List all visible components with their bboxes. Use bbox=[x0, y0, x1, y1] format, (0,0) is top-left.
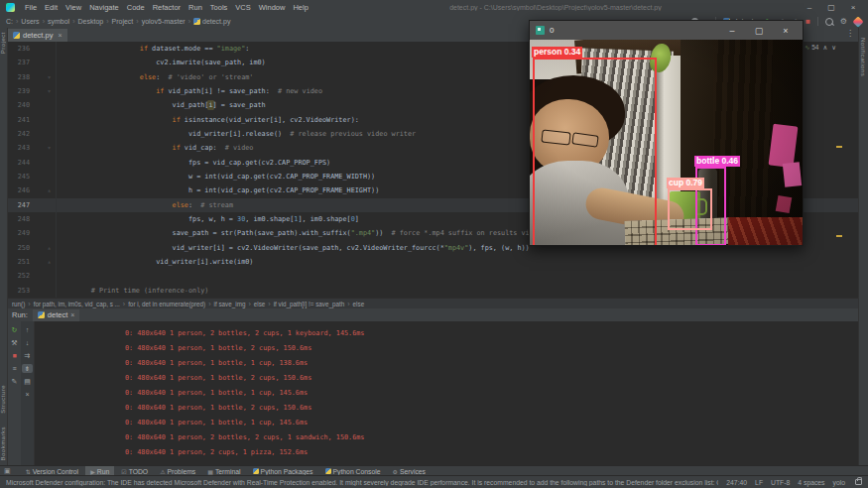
menu-help[interactable]: Help bbox=[289, 2, 311, 13]
close-icon[interactable]: × bbox=[775, 26, 797, 36]
close-tab-icon[interactable]: × bbox=[58, 32, 62, 39]
code-breadcrumb-item[interactable]: for i, det in enumerate(pred) bbox=[128, 301, 205, 307]
menu-window[interactable]: Window bbox=[255, 2, 290, 13]
python-env[interactable]: yolo bbox=[833, 479, 845, 486]
breadcrumb-item[interactable]: yolov5-master bbox=[142, 18, 186, 25]
gutter-annotation bbox=[30, 70, 43, 84]
file-encoding[interactable]: UTF-8 bbox=[771, 479, 790, 486]
breadcrumb-item[interactable]: Users bbox=[21, 18, 39, 25]
stripe-toggle-icon[interactable]: ▣ bbox=[4, 467, 11, 475]
fold-icon[interactable]: ▵ bbox=[43, 241, 57, 255]
menu-file[interactable]: File bbox=[21, 2, 41, 13]
menu-view[interactable]: View bbox=[62, 2, 85, 13]
line-number: 243 bbox=[8, 141, 30, 155]
clear-icon[interactable]: × bbox=[22, 390, 33, 399]
caret-position[interactable]: 247:40 bbox=[726, 479, 747, 486]
gear-icon[interactable]: ⚙ bbox=[840, 16, 847, 28]
code-breadcrumb-item[interactable]: if vid_path[i] != save_path bbox=[274, 301, 345, 307]
menu-code[interactable]: Code bbox=[123, 2, 149, 13]
status-message[interactable]: Microsoft Defender configuration: The ID… bbox=[6, 479, 718, 486]
menu-refactor[interactable]: Refactor bbox=[149, 2, 185, 13]
run-console-output[interactable]: 0: 480x640 1 person, 2 bottles, 2 cups, … bbox=[35, 321, 858, 466]
next-issue-icon[interactable]: ∨ bbox=[831, 44, 836, 52]
maximize-icon[interactable]: ▢ bbox=[820, 0, 842, 15]
down-icon[interactable]: ↓ bbox=[22, 338, 33, 347]
python-icon bbox=[253, 468, 259, 474]
line-number: 253 bbox=[8, 284, 30, 298]
breadcrumb-item[interactable]: C: bbox=[6, 18, 13, 25]
line-number: 246 bbox=[8, 183, 30, 197]
sidebar-item-bookmarks[interactable]: Bookmarks bbox=[0, 427, 6, 461]
stop-button[interactable]: ■ bbox=[806, 16, 810, 28]
fold-icon[interactable]: ▵ bbox=[43, 183, 57, 197]
python-icon bbox=[38, 311, 45, 318]
close-tab-icon[interactable]: × bbox=[70, 311, 74, 318]
code-breadcrumb-item[interactable]: for path, im, im0s, vid_cap, s ... bbox=[34, 301, 120, 307]
softwrap-icon[interactable]: ⇉ bbox=[22, 351, 33, 360]
kebab-menu-icon[interactable]: ⋮ bbox=[846, 29, 854, 38]
fold-icon[interactable]: ▿ bbox=[43, 70, 57, 84]
minimize-icon[interactable]: – bbox=[721, 26, 743, 36]
breadcrumb-item[interactable]: Desktop bbox=[78, 18, 104, 25]
toolbar-divider bbox=[817, 17, 818, 26]
dump-icon[interactable]: ≡ bbox=[9, 364, 20, 373]
python-file-icon bbox=[13, 32, 20, 39]
breadcrumb-separator-icon: › bbox=[106, 18, 108, 25]
run-tab-detect[interactable]: detect × bbox=[33, 309, 80, 321]
search-icon[interactable] bbox=[825, 18, 833, 26]
up-icon[interactable]: ↑ bbox=[22, 325, 33, 334]
sidebar-item-structure[interactable]: Structure bbox=[0, 385, 6, 414]
maximize-icon[interactable]: ▢ bbox=[748, 26, 770, 36]
breadcrumb-item[interactable]: detect.py bbox=[193, 18, 230, 25]
menu-run[interactable]: Run bbox=[185, 2, 206, 13]
scrollend-icon[interactable]: ⇟ bbox=[22, 364, 33, 373]
code-line-253: 253 # Print time (inference-only) bbox=[8, 284, 858, 298]
code-text: if isinstance(vid_writer[i], cv2.VideoWr… bbox=[57, 113, 359, 127]
rerun-icon[interactable]: ↻ bbox=[9, 325, 20, 334]
fold-icon[interactable]: ▿ bbox=[43, 84, 57, 98]
indent-setting[interactable]: 4 spaces bbox=[798, 479, 824, 486]
breadcrumb: C:›Users›symbol›Desktop›Project›yolov5-m… bbox=[6, 18, 230, 25]
lock-icon bbox=[855, 479, 862, 485]
scrollbar-warning-mark[interactable] bbox=[836, 146, 842, 148]
tab-detect-py[interactable]: detect.py × bbox=[8, 29, 67, 42]
pin-icon[interactable]: ✎ bbox=[9, 377, 20, 386]
breadcrumb-separator-icon: › bbox=[268, 301, 270, 307]
fold-icon[interactable]: ▿ bbox=[43, 141, 57, 155]
status-bar: Microsoft Defender configuration: The ID… bbox=[0, 475, 868, 488]
run-icon: ▶ bbox=[90, 468, 95, 475]
prev-issue-icon[interactable]: ∧ bbox=[822, 44, 827, 52]
sidebar-item-project[interactable]: Project bbox=[0, 32, 6, 54]
gem-icon[interactable] bbox=[852, 16, 863, 27]
fold-icon[interactable]: ▵ bbox=[43, 255, 57, 269]
breadcrumb-separator-icon: › bbox=[208, 301, 210, 307]
menu-vcs[interactable]: VCS bbox=[231, 2, 254, 13]
line-separator[interactable]: LF bbox=[755, 479, 763, 486]
settings-wrench-icon[interactable]: ⚒ bbox=[9, 338, 20, 347]
line-number: 237 bbox=[8, 56, 30, 69]
breadcrumb-item[interactable]: Project bbox=[112, 18, 134, 25]
menu-navigate[interactable]: Navigate bbox=[85, 2, 123, 13]
scrollbar-warning-mark[interactable] bbox=[836, 235, 842, 237]
code-breadcrumb-item[interactable]: else bbox=[254, 301, 266, 307]
gutter-annotation bbox=[30, 127, 43, 141]
code-text: vid_writer[i] = cv2.VideoWriter(save_pat… bbox=[57, 241, 530, 255]
code-line-252: 252 bbox=[8, 269, 858, 283]
code-breadcrumb-item[interactable]: if save_img bbox=[214, 301, 246, 307]
menu-tools[interactable]: Tools bbox=[206, 2, 232, 13]
code-breadcrumb-item[interactable]: run() bbox=[12, 301, 25, 307]
sidebar-item-notifications[interactable]: Notifications bbox=[860, 38, 866, 76]
breadcrumb-item[interactable]: symbol bbox=[48, 18, 69, 25]
minimize-icon[interactable]: – bbox=[799, 0, 820, 15]
line-number: 251 bbox=[8, 255, 30, 269]
stop-icon[interactable]: ■ bbox=[9, 351, 20, 360]
code-breadcrumbs: run()›for path, im, im0s, vid_cap, s ...… bbox=[8, 298, 858, 308]
detection-box-person bbox=[533, 58, 657, 245]
code-breadcrumb-item[interactable]: else bbox=[353, 301, 365, 307]
close-icon[interactable]: × bbox=[842, 0, 864, 15]
print-icon[interactable]: ▤ bbox=[22, 377, 33, 386]
opencv-title-bar[interactable]: 0 – ▢ × bbox=[530, 21, 803, 40]
line-number: 238 bbox=[8, 70, 30, 84]
right-tool-stripe: Notifications bbox=[858, 28, 868, 466]
menu-edit[interactable]: Edit bbox=[41, 2, 62, 13]
